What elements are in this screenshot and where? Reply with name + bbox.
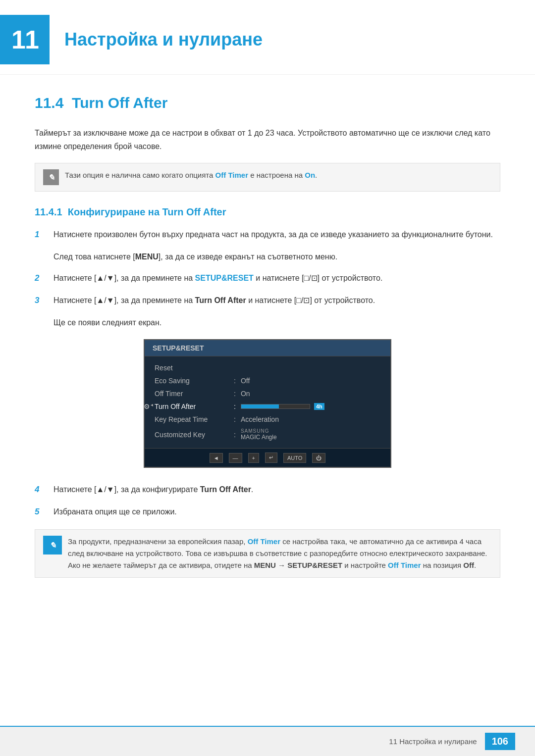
step-1: 1 Натиснете произволен бутон върху предн… — [35, 228, 500, 242]
menu-row-customkey: Customized Key : SAMSUNG MAGIC Angle — [155, 426, 380, 443]
progress-bar — [241, 404, 310, 409]
intro-text: Таймерът за изключване може да се настро… — [35, 126, 500, 153]
chapter-title: Настройка и нулиране — [64, 29, 263, 50]
progress-bar-container: 4h — [241, 403, 324, 410]
menu-screenshot: SETUP&RESET Reset Eco Saving : Off Off T… — [144, 339, 391, 468]
note-box-1: ✎ Тази опция е налична само когато опция… — [35, 163, 500, 192]
progress-fill — [241, 404, 279, 408]
menu-items: Reset Eco Saving : Off Off Timer : On ⚙ … — [145, 356, 390, 448]
menu-controls: ◄ — + ↵ AUTO ⏻ — [145, 448, 390, 467]
step-1-indent: След това натиснете [MENU], за да се изв… — [54, 250, 500, 263]
chapter-box: 11 — [0, 15, 50, 64]
step-1-text: Натиснете произволен бутон върху преднат… — [54, 228, 500, 241]
note-icon-blue: ✎ — [43, 536, 62, 554]
menu-row-offtimer: Off Timer : On — [155, 387, 380, 400]
footer-text: 11 Настройка и нулиране — [389, 737, 477, 746]
ctrl-minus: — — [229, 453, 242, 463]
ctrl-plus: + — [248, 453, 259, 463]
step-5: 5 Избраната опция ще се приложи. — [35, 505, 500, 519]
ctrl-auto: AUTO — [283, 453, 306, 463]
subsection-title: 11.4.1 Конфигуриране на Turn Off After — [35, 206, 500, 218]
menu-row-turnoffafter: ⚙ ◂ Turn Off After : 4h — [155, 400, 380, 413]
ctrl-power: ⏻ — [312, 453, 325, 463]
page-footer: 11 Настройка и нулиране 106 — [0, 726, 535, 756]
step-3: 3 Натиснете [▲/▼], за да преминете на Tu… — [35, 294, 500, 308]
ctrl-enter: ↵ — [265, 453, 277, 463]
step-4: 4 Натиснете [▲/▼], за да конфигурирате T… — [35, 483, 500, 497]
gear-icon: ⚙ — [144, 403, 150, 410]
ctrl-left: ◄ — [210, 453, 223, 463]
chapter-number: 11 — [11, 25, 38, 54]
menu-title: SETUP&RESET — [145, 340, 390, 356]
menu-row-keyrepeat: Key Repeat Time : Acceleration — [155, 413, 380, 426]
step-2: 2 Натиснете [▲/▼], за да преминете на SE… — [35, 271, 500, 286]
note-icon: ✎ — [43, 169, 59, 185]
menu-row-eco: Eco Saving : Off — [155, 374, 380, 387]
section-title: 11.4 Turn Off After — [35, 95, 500, 111]
note-box-2: ✎ За продукти, предназначени за европейс… — [35, 529, 500, 578]
progress-label: 4h — [314, 403, 324, 410]
main-content: 11.4 Turn Off After Таймерът за изключва… — [0, 95, 535, 632]
samsung-magic-value: SAMSUNG MAGIC Angle — [241, 428, 277, 441]
note-text-1: Тази опция е налична само когато опцията… — [65, 169, 317, 181]
menu-row-reset: Reset — [155, 361, 380, 374]
page-header: 11 Настройка и нулиране — [0, 0, 535, 75]
step-3-indent: Ще се появи следният екран. — [54, 316, 500, 329]
footer-page: 106 — [485, 733, 515, 750]
note-text-2: За продукти, предназначени за европейски… — [68, 536, 492, 571]
arrow-icon: ◂ — [151, 403, 153, 407]
